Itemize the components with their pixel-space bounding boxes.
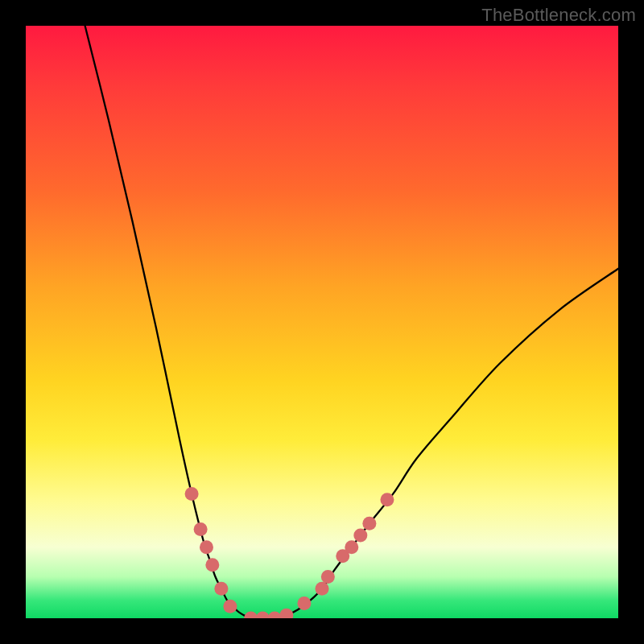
marker-dot: [362, 517, 376, 530]
marker-dot: [200, 540, 213, 554]
chart-svg: [26, 26, 618, 618]
marker-dot: [279, 609, 293, 618]
marker-dot: [297, 597, 311, 610]
chart-frame: TheBottleneck.com: [0, 0, 644, 644]
marker-dot: [321, 570, 335, 584]
plot-area: [26, 26, 618, 618]
watermark-text: TheBottleneck.com: [481, 5, 636, 26]
marker-dot: [244, 612, 258, 619]
marker-dot: [380, 493, 394, 506]
marker-dot: [268, 612, 282, 619]
marker-dot: [353, 528, 367, 542]
bottleneck-curve: [85, 26, 618, 618]
marker-dot: [223, 600, 237, 613]
marker-dot: [214, 582, 228, 596]
marker-dot: [256, 612, 270, 619]
marker-points: [185, 487, 394, 618]
marker-dot: [194, 522, 208, 536]
marker-dot: [345, 540, 358, 554]
marker-dot: [316, 582, 329, 596]
marker-dot: [185, 487, 199, 501]
marker-dot: [205, 558, 219, 572]
